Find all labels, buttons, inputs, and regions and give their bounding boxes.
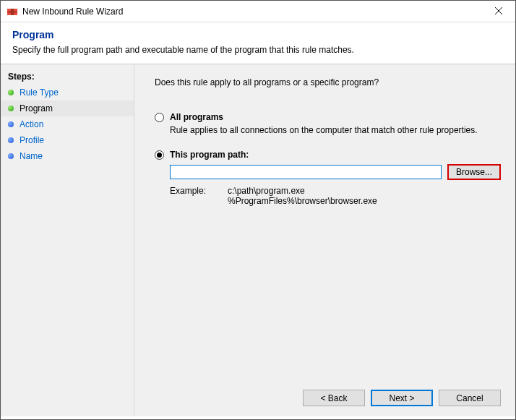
- step-label: Profile: [20, 135, 44, 145]
- step-rule-type[interactable]: Rule Type: [1, 85, 134, 100]
- option-program-path[interactable]: This program path:: [155, 150, 501, 160]
- question-text: Does this rule apply to all programs or …: [155, 77, 501, 87]
- radio-all-programs[interactable]: [155, 113, 164, 122]
- window-close-button[interactable]: [482, 1, 515, 22]
- option-all-programs-desc: Rule applies to all connections on the c…: [170, 125, 501, 135]
- page-subtitle: Specify the full program path and execut…: [12, 45, 504, 55]
- option-program-path-label: This program path:: [170, 150, 249, 160]
- page-title: Program: [12, 29, 504, 40]
- step-profile[interactable]: Profile: [1, 132, 134, 148]
- back-button[interactable]: < Back: [303, 390, 365, 406]
- step-name[interactable]: Name: [1, 148, 134, 164]
- step-pending-icon: [8, 153, 14, 159]
- steps-title: Steps:: [1, 70, 134, 85]
- firewall-icon: [7, 6, 18, 17]
- steps-sidebar: Steps: Rule Type Program Action Profile …: [1, 64, 134, 416]
- svg-rect-3: [11, 9, 14, 15]
- title-bar: New Inbound Rule Wizard: [1, 1, 515, 22]
- radio-program-path[interactable]: [155, 150, 164, 160]
- step-label: Rule Type: [20, 87, 59, 98]
- close-icon: [495, 7, 502, 17]
- next-button[interactable]: Next >: [371, 390, 433, 406]
- step-label: Program: [20, 103, 53, 113]
- wizard-header: Program Specify the full program path an…: [1, 22, 515, 64]
- step-program[interactable]: Program: [1, 100, 134, 116]
- program-path-input[interactable]: [170, 165, 442, 179]
- step-label: Action: [20, 119, 43, 129]
- step-label: Name: [20, 151, 43, 161]
- example-label: Example:: [170, 186, 228, 206]
- wizard-footer: < Back Next > Cancel: [303, 390, 501, 406]
- step-pending-icon: [8, 137, 14, 143]
- window-title: New Inbound Rule Wizard: [22, 7, 482, 17]
- option-all-programs-label: All programs: [170, 112, 223, 122]
- wizard-content: Does this rule apply to all programs or …: [134, 64, 515, 416]
- step-action[interactable]: Action: [1, 116, 134, 132]
- step-completed-icon: [8, 90, 14, 95]
- step-pending-icon: [8, 121, 14, 127]
- cancel-button[interactable]: Cancel: [439, 390, 501, 406]
- browse-button[interactable]: Browse...: [447, 164, 501, 180]
- step-current-icon: [8, 106, 14, 111]
- option-all-programs[interactable]: All programs: [155, 112, 501, 122]
- example-values: c:\path\program.exe %ProgramFiles%\brows…: [228, 186, 377, 206]
